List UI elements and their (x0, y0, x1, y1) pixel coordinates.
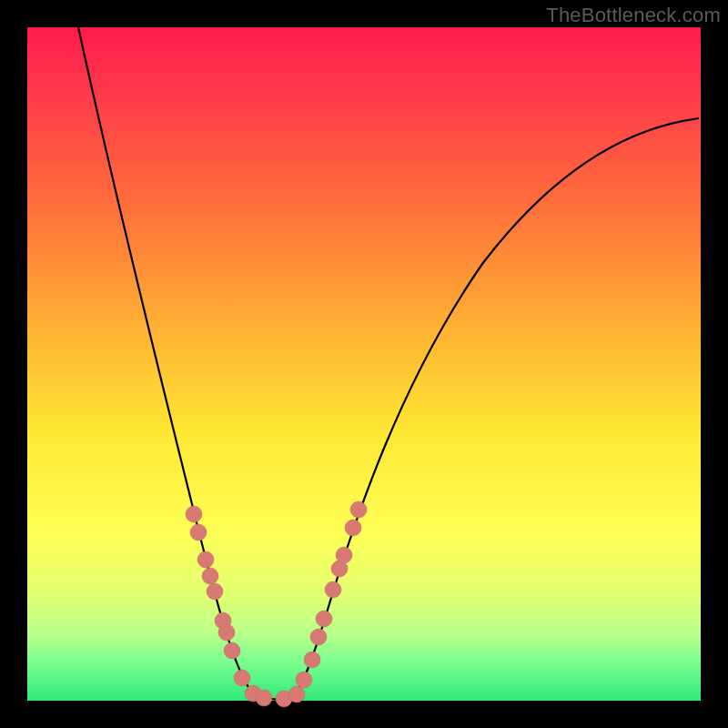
data-point (202, 568, 218, 584)
chart-canvas (27, 27, 701, 701)
dots-left-group (186, 506, 272, 706)
data-point (310, 629, 327, 645)
data-point (350, 501, 367, 518)
data-point (197, 551, 214, 568)
data-point (207, 583, 223, 600)
chart-svg (27, 27, 701, 701)
data-point (186, 506, 202, 522)
bottleneck-curve (77, 23, 699, 700)
data-point (234, 670, 250, 686)
data-point (218, 624, 235, 641)
dots-right-group (276, 501, 367, 707)
data-point (345, 520, 361, 536)
data-point (304, 652, 320, 668)
data-point (256, 690, 272, 706)
data-point (296, 672, 312, 688)
data-point (224, 642, 240, 659)
data-point (190, 524, 207, 541)
data-point (316, 611, 332, 627)
data-point (325, 581, 341, 598)
data-point (336, 547, 352, 563)
data-point (288, 686, 305, 703)
watermark-text: TheBottleneck.com (546, 4, 721, 27)
